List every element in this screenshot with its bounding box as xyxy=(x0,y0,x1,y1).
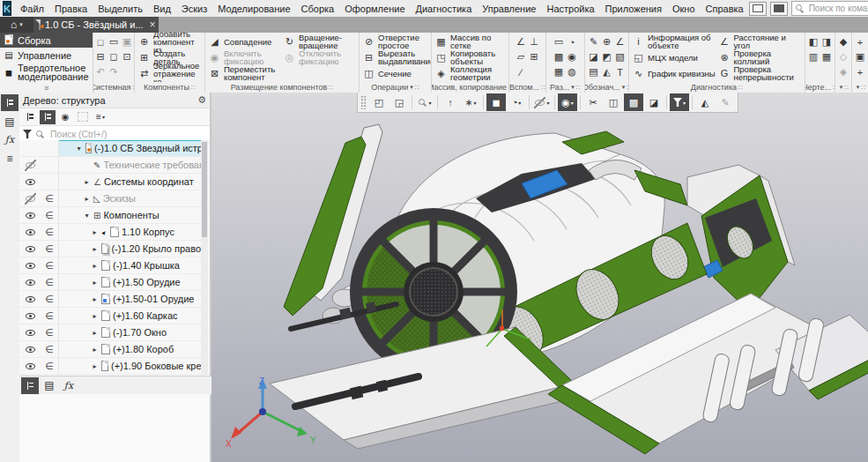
datum-plane-icon[interactable]: ▱ xyxy=(515,49,528,64)
print-icon[interactable]: ⊟ xyxy=(94,49,108,64)
fx-tab-icon[interactable]: ƒx xyxy=(1,131,19,148)
include-icon[interactable]: ∈ xyxy=(45,294,54,305)
include-icon[interactable]: ∈ xyxy=(45,344,54,355)
menu-item[interactable]: Оформление xyxy=(339,0,410,17)
tab-close-icon[interactable]: × xyxy=(150,19,156,31)
tree-tab-icon[interactable] xyxy=(1,94,19,111)
print-preview-icon[interactable]: ◻ xyxy=(108,49,121,64)
tree-search-input[interactable] xyxy=(48,128,206,140)
include-icon[interactable]: ∈ xyxy=(45,277,54,288)
tree-row[interactable]: ∈▸◺Эскизы xyxy=(19,190,203,207)
mass-properties-button[interactable]: ◱МЦХ модели xyxy=(631,49,717,65)
drawing-layout-icon[interactable]: ◨ xyxy=(820,34,834,49)
tree-scrollbar[interactable] xyxy=(201,140,208,375)
screen-preview-icon[interactable] xyxy=(770,2,788,16)
menu-item[interactable]: Окно xyxy=(667,0,701,17)
tree-row[interactable]: ∈▸(-)1.70 Окно xyxy=(19,324,203,341)
scrollbar-thumb[interactable] xyxy=(202,142,207,237)
chevron-down-icon[interactable]: ▾ xyxy=(622,84,626,91)
grid-array-button[interactable]: ▦Массив по сетке xyxy=(434,34,507,49)
3d-viewport[interactable]: ◰◲▾↑∗▾◼◔▾▾◉▾✂◫▩◪▾◭✎ Z X Y xyxy=(211,93,868,462)
cut-extrude-button[interactable]: ⊟Вырезать выдавливанием xyxy=(361,49,429,65)
menu-hamburger-icon[interactable]: ≡ xyxy=(1,150,19,167)
tree-bottom-tab[interactable] xyxy=(21,377,39,394)
fill-icon[interactable]: ◔ xyxy=(566,34,579,49)
zoom-tools-button[interactable]: ▾ xyxy=(415,93,434,111)
menu-item[interactable]: Правка xyxy=(49,0,93,17)
expand-open-icon[interactable]: ▾ xyxy=(83,212,91,220)
collections-tool-icon[interactable]: ◆ xyxy=(837,34,850,49)
expand-closed-icon[interactable]: ▸ xyxy=(91,362,99,370)
include-icon[interactable]: ∈ xyxy=(45,260,54,272)
toolbar-grip-icon[interactable] xyxy=(360,95,367,109)
text-icon[interactable]: T xyxy=(613,64,627,79)
expand-closed-icon[interactable]: ▸ xyxy=(91,245,99,253)
hand-tool-icon[interactable]: ◉ xyxy=(566,49,579,64)
chevron-down-icon[interactable]: ▾ xyxy=(840,84,843,91)
clip-plane-button[interactable]: ◉▾ xyxy=(558,93,577,111)
measure-button[interactable]: ◭ xyxy=(695,93,715,111)
menu-item[interactable]: Настройка xyxy=(541,0,599,17)
tree-structure-view-icon[interactable] xyxy=(22,110,38,124)
shell-icon[interactable]: ◍ xyxy=(566,64,579,79)
box-select-icon[interactable]: ▣ xyxy=(854,49,867,64)
coordinate-axes-icon[interactable]: ∠ xyxy=(515,34,528,49)
tree-row[interactable]: ∈▸(+)1.50-01 Орудие xyxy=(19,291,203,308)
add-point-icon[interactable]: + xyxy=(854,64,867,79)
section-view-button[interactable]: ◫ xyxy=(604,93,623,111)
visibility-eye-icon[interactable] xyxy=(25,176,36,188)
ribbon-collapse-icon[interactable]: « xyxy=(0,83,93,93)
category-item[interactable]: ◼Твердотельное моделирование xyxy=(0,63,93,82)
menu-item[interactable]: Справка xyxy=(701,0,749,17)
chevron-down-icon[interactable]: ▾ xyxy=(857,84,860,91)
expand-closed-icon[interactable]: ▸ xyxy=(83,178,91,186)
menu-item[interactable]: Вид xyxy=(148,0,176,17)
continuity-check-button[interactable]: GПроверка непрерывности xyxy=(717,65,804,81)
include-icon[interactable]: ∈ xyxy=(45,310,54,322)
tree-row[interactable]: ∈▸(+)1.90 Боковые крепления xyxy=(19,358,203,375)
expand-closed-icon[interactable]: ▸ xyxy=(83,195,91,203)
add-selection-icon[interactable]: + xyxy=(854,34,867,49)
menu-item[interactable]: Диагностика xyxy=(411,0,478,17)
fx-bottom-tab[interactable]: ƒx xyxy=(60,377,78,394)
category-active[interactable]: Сборка xyxy=(0,33,93,48)
include-icon[interactable]: ∈ xyxy=(45,193,54,205)
expand-open-icon[interactable]: ▾ xyxy=(75,145,83,153)
move-component-button[interactable]: ⊠Переместить компонент xyxy=(207,65,282,81)
menu-item[interactable]: Приложения xyxy=(600,0,667,17)
appearance-button[interactable]: ▩ xyxy=(624,93,643,111)
include-icon[interactable]: ∈ xyxy=(45,210,54,221)
hide-objects-button[interactable]: ▾ xyxy=(532,93,552,111)
tree-row[interactable]: ∈▸(-)1.20 Крыло правое (x2) xyxy=(19,241,203,257)
tree-row[interactable]: ▸∠Системы координат xyxy=(19,174,203,190)
include-icon[interactable]: ∈ xyxy=(45,327,54,339)
local-block-icon[interactable]: ⊞ xyxy=(528,49,541,64)
rotation-rotation-button[interactable]: ↻Вращение-вращение xyxy=(282,34,357,49)
distance-angle-button[interactable]: ∠Расстояние и угол xyxy=(717,34,804,49)
render-style-button[interactable]: ◔▾ xyxy=(507,93,526,111)
expand-closed-icon[interactable]: ▸ xyxy=(91,228,99,236)
include-icon[interactable]: ∈ xyxy=(45,361,54,372)
visibility-eye-icon[interactable] xyxy=(25,227,36,238)
drawing-views-icon[interactable]: ▥ xyxy=(807,49,820,64)
menu-item[interactable]: Выделить xyxy=(93,0,148,17)
stamp-icon-3[interactable]: ▧ xyxy=(613,49,627,64)
tree-row[interactable]: ✎Технические требования xyxy=(19,157,203,174)
expand-closed-icon[interactable]: ▸ xyxy=(91,346,99,354)
tree-row[interactable]: ∈▸(+)1.60 Каркас xyxy=(19,308,203,324)
category-item[interactable]: ▤Управление xyxy=(0,48,93,63)
visibility-eye-icon[interactable] xyxy=(25,243,36,255)
document-tab[interactable]: 1.0 СБ - Звёздный и... × xyxy=(33,17,159,33)
copy-objects-button[interactable]: ◳Копировать объекты xyxy=(434,49,507,65)
gear-icon[interactable]: ⚙ xyxy=(197,94,206,106)
stamp-icon-1[interactable]: ◪ xyxy=(587,49,600,64)
expand-closed-icon[interactable]: ▸ xyxy=(91,295,99,303)
filter-icon[interactable] xyxy=(23,130,32,138)
expand-closed-icon[interactable]: ▸ xyxy=(91,279,99,287)
chevron-down-icon[interactable]: ▾ xyxy=(410,84,413,91)
visibility-eye-icon[interactable] xyxy=(25,193,36,205)
visibility-eye-icon[interactable] xyxy=(25,294,36,305)
display-options-icon[interactable]: ≡▾ xyxy=(93,110,108,124)
datum-icon[interactable]: ◭ xyxy=(600,64,613,79)
collision-check-button[interactable]: ⊗Проверка коллизий xyxy=(717,49,804,65)
